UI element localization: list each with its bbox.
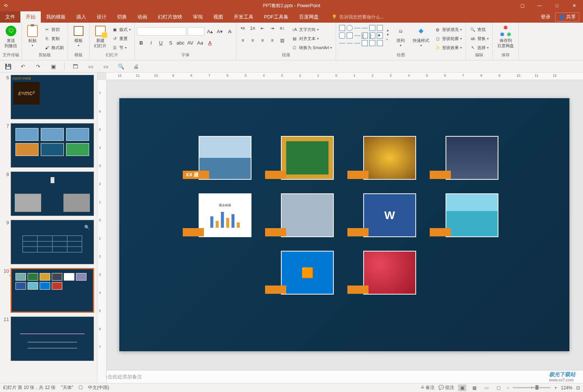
- text-direction-button[interactable]: ↕A文字方向▾: [290, 26, 333, 33]
- slide-image-3[interactable]: [363, 136, 416, 180]
- quick-styles-button[interactable]: 🔷 快速样式▾: [410, 24, 432, 49]
- shape-rect3-icon[interactable]: [377, 25, 383, 31]
- tab-baidu-netdisk[interactable]: 百度网盘: [294, 11, 324, 23]
- columns-button[interactable]: ▥: [278, 36, 286, 45]
- replace-button[interactable]: ab替换▾: [468, 35, 490, 42]
- slide-image-10[interactable]: [363, 251, 416, 295]
- slide-sorter-view-button[interactable]: ▦: [470, 384, 478, 391]
- thumbnail-slide-10[interactable]: 10 *: [3, 268, 94, 313]
- bullets-button[interactable]: •≡: [239, 24, 247, 32]
- tab-transitions[interactable]: 切换: [112, 11, 132, 23]
- login-button[interactable]: 登录: [541, 14, 551, 20]
- template-button[interactable]: 模板 ▾: [70, 24, 87, 49]
- bold-button[interactable]: B: [137, 39, 145, 47]
- qat-tool3-button[interactable]: ▭: [102, 62, 110, 71]
- tell-me-search[interactable]: 💡 告诉我您想要做什么...: [332, 11, 384, 23]
- tab-home[interactable]: 开始: [20, 11, 41, 23]
- tab-pdf-tools[interactable]: PDF工具集: [259, 11, 294, 23]
- autosave-icon[interactable]: ⟲: [0, 0, 11, 11]
- italic-button[interactable]: I: [147, 39, 155, 47]
- shape-fill-button[interactable]: ◍形状填充▾: [433, 26, 463, 33]
- slide-image-7[interactable]: W: [363, 193, 416, 237]
- shape-outline-button[interactable]: ◻形状轮廓▾: [433, 35, 463, 42]
- character-spacing-button[interactable]: AV: [186, 39, 194, 47]
- decrease-font-button[interactable]: A▾: [216, 27, 224, 35]
- slide-position[interactable]: 幻灯片 第 10 张，共 12 张: [3, 384, 56, 391]
- shape-more-icon[interactable]: [377, 40, 383, 46]
- decrease-indent-button[interactable]: ⇤: [258, 24, 267, 32]
- slide-image-4[interactable]: [446, 136, 498, 180]
- paste-button[interactable]: 粘贴 ▾: [24, 24, 41, 49]
- shape-brace2-icon[interactable]: }: [369, 32, 375, 39]
- qat-tool4-button[interactable]: 🔍: [117, 62, 125, 71]
- tab-view[interactable]: 视图: [208, 11, 228, 23]
- undo-button[interactable]: ↶: [19, 62, 27, 71]
- align-right-button[interactable]: ≡: [258, 36, 267, 45]
- new-slide-button[interactable]: 新建 幻灯片: [92, 24, 109, 49]
- slide-image-2[interactable]: [281, 136, 334, 180]
- shape-connector-icon[interactable]: [354, 35, 360, 36]
- shape-rectangle-icon[interactable]: [339, 25, 345, 31]
- shape-callout-icon[interactable]: [362, 40, 368, 46]
- maximize-button[interactable]: □: [548, 0, 566, 11]
- shape-brace-icon[interactable]: {: [362, 32, 368, 39]
- increase-indent-button[interactable]: ⇥: [268, 24, 276, 32]
- fit-to-window-button[interactable]: ⊡: [576, 385, 580, 390]
- share-button[interactable]: 👤 共享: [555, 12, 579, 22]
- underline-button[interactable]: U: [157, 39, 165, 47]
- slide-image-5[interactable]: 图表标题: [199, 193, 251, 237]
- tab-insert[interactable]: 插入: [71, 11, 91, 23]
- slide-thumbnails-panel[interactable]: 6 此处照片的标题 ε=mc² 7 8 9 🔍: [0, 73, 97, 383]
- close-button[interactable]: ✕: [566, 0, 583, 11]
- shape-line-icon[interactable]: [354, 28, 360, 28]
- tab-review[interactable]: 审阅: [188, 11, 208, 23]
- thumbnail-slide-8[interactable]: 8: [3, 171, 94, 216]
- tab-developer[interactable]: 开发工具: [228, 11, 259, 23]
- clear-formatting-button[interactable]: A̶: [225, 27, 234, 35]
- thumbnail-slide-7[interactable]: 7: [3, 123, 94, 168]
- comments-toggle-button[interactable]: 💬 批注: [438, 384, 454, 391]
- minimize-button[interactable]: —: [531, 0, 548, 11]
- shape-scribble-icon[interactable]: [354, 43, 360, 43]
- slide-caption-4[interactable]: [430, 171, 451, 179]
- gallery-down-icon[interactable]: ▼: [386, 33, 389, 37]
- slideshow-view-button[interactable]: ▢: [494, 384, 503, 391]
- slide-caption-6[interactable]: [265, 228, 286, 236]
- font-size-select[interactable]: [188, 27, 204, 35]
- thumbnail-slide-6[interactable]: 6 此处照片的标题 ε=mc²: [3, 75, 94, 119]
- slide-canvas-wrap[interactable]: XX 摄 图表标题 W 🟧: [97, 80, 583, 370]
- align-center-button[interactable]: ≡: [248, 36, 257, 45]
- shape-effects-button[interactable]: ✨形状效果▾: [433, 44, 463, 51]
- gallery-up-icon[interactable]: ▲: [386, 28, 389, 32]
- shape-rounded-icon[interactable]: [339, 32, 345, 39]
- copy-button[interactable]: ⎘复制: [42, 35, 65, 42]
- align-left-button[interactable]: ≡: [239, 36, 247, 45]
- convert-smartart-button[interactable]: ⬡转换为 SmartArt▾: [290, 44, 333, 51]
- find-button[interactable]: 🔍查找: [468, 26, 490, 33]
- slide-canvas[interactable]: XX 摄 图表标题 W 🟧: [119, 98, 569, 351]
- shapes-gallery[interactable]: { } ✦: [338, 24, 384, 48]
- zoom-slider[interactable]: [513, 387, 551, 388]
- reading-view-button[interactable]: ▭: [482, 384, 490, 391]
- tab-slideshow[interactable]: 幻灯片放映: [153, 11, 188, 23]
- slide-image-8[interactable]: [446, 193, 498, 237]
- slide-image-9[interactable]: 🟧: [281, 251, 334, 295]
- notes-toggle-button[interactable]: ≟ 备注: [421, 384, 435, 391]
- qat-tool2-button[interactable]: ▭: [86, 62, 95, 71]
- strikethrough-button[interactable]: S: [167, 39, 175, 47]
- thumbnail-slide-11[interactable]: 11: [3, 316, 94, 361]
- shape-oval-icon[interactable]: [347, 25, 353, 31]
- thumbnail-slide-9[interactable]: 9 🔍: [3, 220, 94, 264]
- font-family-select[interactable]: [137, 27, 186, 35]
- align-text-button[interactable]: ▤对齐文本▾: [290, 35, 333, 42]
- language-status[interactable]: 中文(中国): [88, 384, 109, 391]
- zoom-in-button[interactable]: +: [554, 385, 557, 390]
- shape-callout2-icon[interactable]: [369, 40, 375, 46]
- shape-rect2-icon[interactable]: [369, 25, 375, 31]
- shape-arrow-icon[interactable]: [362, 28, 368, 28]
- slide-caption-5[interactable]: [183, 228, 204, 236]
- redo-button[interactable]: ↷: [34, 62, 42, 71]
- slide-caption-1[interactable]: XX 摄: [183, 171, 209, 179]
- zoom-out-button[interactable]: −: [506, 385, 509, 390]
- tab-my-templates[interactable]: 我的模板: [41, 11, 71, 23]
